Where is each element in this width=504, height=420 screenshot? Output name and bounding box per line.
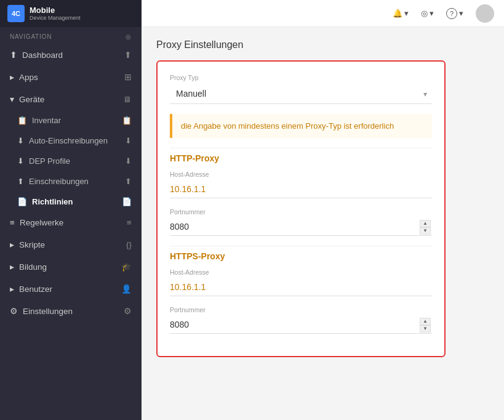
status-chevron: ▾ [430,9,434,18]
sidebar-item-einstellungen[interactable]: ⚙ Einstellungen ⚙ [0,300,142,322]
geraete-right-icon: 🖥 [123,95,132,104]
dashboard-icon: ⬆ [10,50,17,60]
richtlinien-right-icon: 📄 [122,197,132,206]
sidebar-item-geraete[interactable]: ▾ Geräte 🖥 [0,88,142,110]
proxy-type-label: Proxy Typ [170,74,432,81]
proxy-type-field: Proxy Typ Manuell Automatisch Keiner ▾ [170,74,432,104]
http-port-field: Portnummer ▲ ▼ [170,208,432,236]
sidebar-item-label: Auto-Einschreibungen [29,136,108,145]
logo-icon: 4C [7,5,25,22]
notifications-button[interactable]: 🔔 ▾ [388,6,414,20]
dep-profile-right-icon: ⬇ [125,156,132,166]
page-content: Proxy Einstellungen Proxy Typ Manuell Au… [142,27,504,420]
apps-right-icon: ⊞ [124,72,132,82]
sidebar-item-dashboard[interactable]: ⬆ Dashboard ⬆ [0,44,142,66]
sidebar-item-label: Dashboard [22,50,63,60]
sidebar-item-label: Bildung [19,262,47,272]
http-host-input[interactable] [170,180,432,198]
sidebar-item-label: Inventar [32,116,61,125]
bell-chevron: ▾ [404,9,409,18]
richtlinien-icon: 📄 [17,197,27,206]
http-host-label: Host-Adresse [170,171,432,178]
http-port-input[interactable] [170,218,432,236]
sidebar-item-label: Skripte [19,240,45,249]
https-host-input[interactable] [170,278,432,296]
help-icon: ? [446,8,457,19]
http-port-decrement[interactable]: ▼ [420,227,431,235]
help-chevron: ▾ [459,9,463,18]
benutzer-right-icon: 👤 [121,284,132,294]
benutzer-arrow: ▸ [10,284,14,294]
einstellungen-icon: ⚙ [10,306,18,316]
https-port-decrement[interactable]: ▼ [420,325,431,333]
https-port-field: Portnummer ▲ ▼ [170,306,432,334]
nav-section-icon: ◎ [126,33,132,40]
regelwerke-icon: ≡ [10,218,15,227]
https-port-input[interactable] [170,316,432,334]
sidebar-item-auto-einschreibungen[interactable]: ⬇ Auto-Einschreibungen ⬇ [0,131,142,151]
sidebar-item-label: Regelwerke [20,218,63,227]
proxy-form-card: Proxy Typ Manuell Automatisch Keiner ▾ d… [156,60,446,357]
sidebar-item-label: Benutzer [19,285,52,294]
einschreibungen-icon: ⬆ [17,177,24,186]
sidebar-item-dep-profile[interactable]: ⬇ DEP Profile ⬇ [0,151,142,171]
sidebar-item-bildung[interactable]: ▸ Bildung 🎓 [0,256,142,278]
skripte-right-icon: {} [126,240,132,249]
sidebar-item-apps[interactable]: ▸ Apps ⊞ [0,66,142,88]
app-logo: 4C Mobile Device Management [0,0,142,27]
avatar[interactable] [476,4,494,23]
https-proxy-section-header: HTTPS-Proxy [170,246,432,261]
dashboard-right-icon: ⬆ [124,50,132,60]
http-port-increment[interactable]: ▲ [420,220,431,227]
bildung-right-icon: 🎓 [121,262,132,272]
status-button[interactable]: ◎ ▾ [416,6,439,20]
sidebar-item-label: Apps [19,73,38,82]
sidebar-item-benutzer[interactable]: ▸ Benutzer 👤 [0,278,142,300]
http-port-label: Portnummer [170,208,432,216]
https-host-label: Host-Adresse [170,269,432,276]
https-port-increment[interactable]: ▲ [420,318,431,325]
regelwerke-right-icon: ≡ [127,218,132,227]
https-port-label: Portnummer [170,306,432,313]
sidebar-item-label: DEP Profile [29,156,70,166]
inventar-icon: 📋 [17,116,27,125]
sidebar-item-regelwerke[interactable]: ≡ Regelwerke ≡ [0,212,142,233]
sidebar-item-label: Geräte [19,95,44,104]
sidebar-item-skripte[interactable]: ▸ Skripte {} [0,233,142,256]
dep-profile-icon: ⬇ [17,156,24,166]
sidebar-item-label: Einstellungen [23,307,73,316]
nav-section-header: NAVIGATION ◎ [0,27,142,44]
http-host-field: Host-Adresse [170,171,432,198]
https-host-field: Host-Adresse [170,269,432,296]
auto-einschreibungen-right-icon: ⬇ [125,136,132,145]
bildung-arrow: ▸ [10,262,14,272]
bell-icon: 🔔 [393,9,402,18]
warning-box: die Angabe von mindestens einem Proxy-Ty… [170,114,432,138]
geraete-chevron: ▾ [10,94,14,104]
topbar: 🔔 ▾ ◎ ▾ ? ▾ [142,0,504,27]
warning-text: die Angabe von mindestens einem Proxy-Ty… [181,121,394,131]
sidebar-item-richtlinien[interactable]: 📄 Richtlinien 📄 [0,192,142,212]
help-button[interactable]: ? ▾ [441,6,468,22]
main-content: 🔔 ▾ ◎ ▾ ? ▾ Proxy Einstellungen Proxy Ty… [142,0,504,420]
sidebar-item-einschreibungen[interactable]: ⬆ Einschreibungen ⬆ [0,171,142,192]
http-proxy-section-header: HTTP-Proxy [170,148,432,163]
auto-einschreibungen-icon: ⬇ [17,136,24,145]
logo-title: Mobile [30,6,81,15]
inventar-right-icon: 📋 [122,116,132,125]
apps-icon: ▸ [10,72,14,82]
sidebar-item-label: Richtlinien [32,197,73,206]
einschreibungen-right-icon: ⬆ [125,177,132,186]
page-title: Proxy Einstellungen [156,39,489,50]
einstellungen-right-icon: ⚙ [124,306,132,316]
sidebar-item-inventar[interactable]: 📋 Inventar 📋 [0,110,142,131]
sidebar: 4C Mobile Device Management NAVIGATION ◎… [0,0,142,420]
logo-subtitle: Device Management [30,15,81,21]
proxy-type-select[interactable]: Manuell Automatisch Keiner [170,84,432,104]
status-icon: ◎ [421,9,428,18]
skripte-arrow: ▸ [10,240,14,249]
sidebar-item-label: Einschreibungen [29,177,89,186]
